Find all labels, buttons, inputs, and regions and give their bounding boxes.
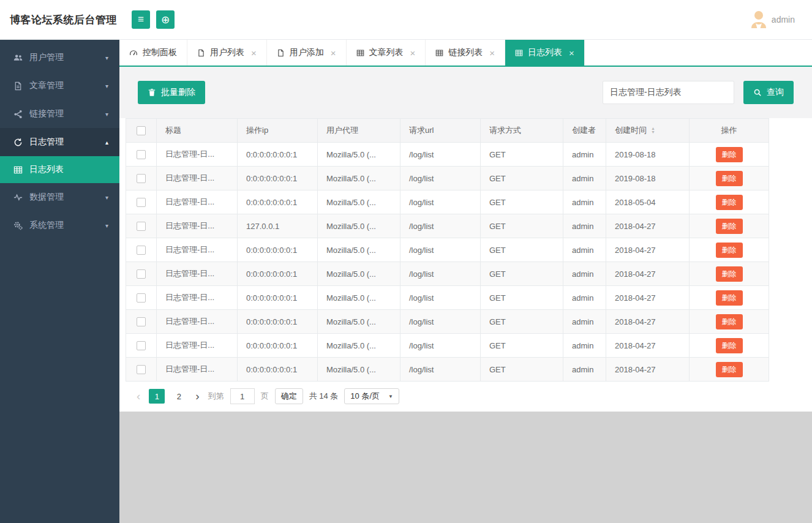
- chevron-down-icon: ▾: [105, 222, 108, 229]
- sidebar-item-data-management[interactable]: 数据管理 ▾: [0, 183, 119, 211]
- sidebar-item-system-management[interactable]: 系统管理 ▾: [0, 211, 119, 239]
- article-icon: [13, 81, 23, 91]
- tab-close-icon[interactable]: ×: [489, 48, 495, 58]
- page-button-2[interactable]: 2: [171, 389, 187, 404]
- delete-button[interactable]: 删除: [716, 338, 743, 353]
- cell-agent: Mozilla/5.0 (...: [318, 238, 400, 262]
- sidebar-item-article-management[interactable]: 文章管理 ▾: [0, 72, 119, 100]
- delete-button[interactable]: 删除: [716, 243, 743, 258]
- tab-label: 文章列表: [369, 47, 404, 58]
- sort-icon[interactable]: ▲▼: [651, 127, 655, 134]
- main-content: 控制面板 用户列表 × 用户添加 × 文章列表 ×: [119, 40, 812, 523]
- search-group: 查询: [603, 81, 794, 104]
- column-header-op: 操作: [690, 119, 769, 143]
- chevron-down-icon: ▾: [105, 111, 108, 118]
- file-icon: [277, 49, 285, 57]
- tab-dashboard[interactable]: 控制面板: [119, 40, 187, 66]
- row-checkbox[interactable]: [137, 269, 146, 279]
- tab-user-list[interactable]: 用户列表 ×: [187, 40, 267, 66]
- row-checkbox[interactable]: [137, 222, 146, 231]
- table-row: 日志管理-日...127.0.0.1Mozilla/5.0 (.../log/l…: [126, 214, 769, 238]
- delete-button[interactable]: 删除: [716, 147, 743, 162]
- trash-icon: [148, 88, 156, 97]
- row-checkbox[interactable]: [137, 341, 146, 350]
- row-checkbox[interactable]: [137, 365, 146, 374]
- next-page-button[interactable]: ›: [193, 389, 201, 403]
- column-header-created[interactable]: 创建时间 ▲▼: [606, 119, 690, 143]
- cell-url: /log/list: [400, 262, 481, 286]
- search-input[interactable]: [603, 81, 734, 104]
- row-checkbox[interactable]: [137, 293, 146, 303]
- globe-button[interactable]: ⊕: [156, 10, 175, 29]
- sidebar-toggle-button[interactable]: ≡: [132, 10, 150, 29]
- tab-label: 日志列表: [528, 47, 562, 58]
- query-label: 查询: [767, 87, 784, 98]
- select-all-checkbox[interactable]: [137, 126, 146, 135]
- hamburger-icon: ≡: [138, 13, 144, 26]
- gears-icon: [13, 221, 23, 230]
- sidebar-item-label: 用户管理: [29, 52, 64, 63]
- log-table-body: 日志管理-日...0:0:0:0:0:0:0:1Mozilla/5.0 (...…: [126, 143, 769, 382]
- row-checkbox[interactable]: [137, 317, 146, 326]
- page-size-select[interactable]: 10 条/页 ▼: [344, 388, 399, 404]
- delete-button[interactable]: 删除: [716, 362, 743, 377]
- sidebar-item-user-management[interactable]: 用户管理 ▾: [0, 43, 119, 72]
- cell-ip: 0:0:0:0:0:0:0:1: [238, 167, 318, 190]
- cell-agent: Mozilla/5.0 (...: [318, 262, 400, 286]
- delete-button[interactable]: 删除: [716, 314, 743, 329]
- history-icon: [13, 138, 23, 147]
- batch-delete-button[interactable]: 批量删除: [138, 81, 205, 104]
- delete-button[interactable]: 删除: [716, 195, 743, 210]
- username: admin: [772, 15, 795, 24]
- goto-confirm-button[interactable]: 确定: [275, 388, 303, 404]
- page-button-1[interactable]: 1: [149, 389, 165, 404]
- goto-page-input[interactable]: [230, 388, 255, 404]
- column-header-method: 请求方式: [481, 119, 563, 143]
- sidebar-item-log-list[interactable]: 日志列表: [0, 156, 119, 183]
- file-icon: [197, 49, 205, 57]
- cell-created: 2019-08-18: [606, 143, 690, 167]
- tab-close-icon[interactable]: ×: [251, 48, 257, 58]
- table-header: 标题 操作ip 用户代理 请求url 请求方式 创建者 创建时间 ▲▼: [126, 119, 769, 143]
- tab-link-list[interactable]: 链接列表 ×: [426, 40, 505, 66]
- cell-ip: 0:0:0:0:0:0:0:1: [238, 286, 318, 310]
- main-layout: 用户管理 ▾ 文章管理 ▾ 链接管理 ▾ 日志管理 ▴ 日志列表: [0, 40, 812, 523]
- tab-close-icon[interactable]: ×: [410, 48, 416, 58]
- cell-created: 2018-05-04: [606, 190, 690, 214]
- row-checkbox[interactable]: [137, 150, 146, 159]
- row-checkbox[interactable]: [137, 246, 146, 255]
- tab-log-list[interactable]: 日志列表 ×: [505, 40, 585, 66]
- sidebar-item-link-management[interactable]: 链接管理 ▾: [0, 100, 119, 128]
- cell-url: /log/list: [400, 190, 481, 214]
- cell-agent: Mozilla/5.0 (...: [318, 167, 400, 190]
- prev-page-button[interactable]: ‹: [134, 389, 143, 403]
- cell-creator: admin: [563, 238, 606, 262]
- cell-created: 2018-04-27: [606, 334, 690, 358]
- cell-title: 日志管理-日...: [157, 238, 238, 262]
- tab-close-icon[interactable]: ×: [331, 48, 336, 58]
- tab-close-icon[interactable]: ×: [569, 48, 574, 58]
- avatar: [747, 10, 768, 30]
- cell-ip: 0:0:0:0:0:0:0:1: [238, 334, 318, 358]
- row-checkbox[interactable]: [137, 198, 146, 207]
- delete-button[interactable]: 删除: [716, 266, 743, 282]
- row-checkbox[interactable]: [137, 174, 146, 183]
- sidebar-item-log-management[interactable]: 日志管理 ▴: [0, 128, 119, 156]
- query-button[interactable]: 查询: [743, 81, 794, 104]
- cell-title: 日志管理-日...: [157, 358, 238, 382]
- delete-button[interactable]: 删除: [716, 171, 743, 186]
- sidebar-item-label: 日志管理: [29, 137, 64, 148]
- cell-creator: admin: [563, 214, 606, 238]
- sidebar-item-label: 数据管理: [29, 192, 64, 203]
- tab-user-add[interactable]: 用户添加 ×: [267, 40, 347, 66]
- table-icon: [435, 49, 443, 57]
- delete-button[interactable]: 删除: [716, 219, 743, 234]
- cell-method: GET: [481, 262, 563, 286]
- cell-creator: admin: [563, 286, 606, 310]
- goto-prefix-label: 到第: [208, 391, 224, 402]
- sidebar-item-label: 链接管理: [29, 108, 64, 119]
- user-menu[interactable]: admin: [747, 10, 795, 30]
- delete-button[interactable]: 删除: [716, 290, 743, 306]
- sidebar-item-label: 系统管理: [29, 220, 64, 231]
- tab-article-list[interactable]: 文章列表 ×: [347, 40, 426, 66]
